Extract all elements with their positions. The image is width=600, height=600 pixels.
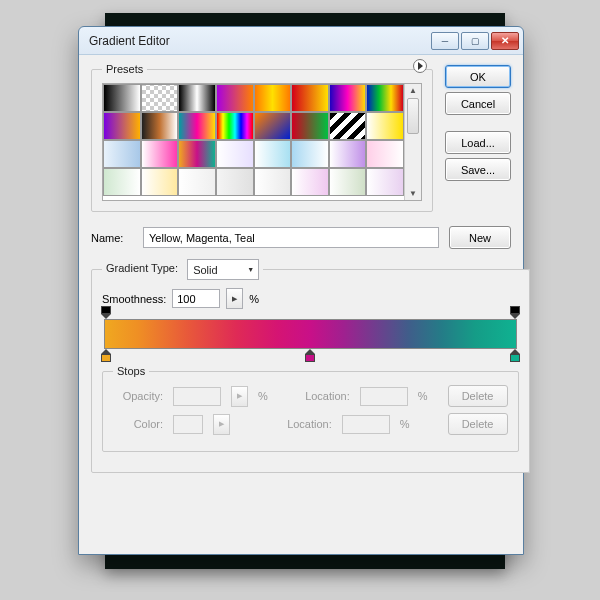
- preset-swatch[interactable]: [329, 84, 367, 112]
- presets-legend: Presets: [102, 63, 147, 75]
- minimize-button[interactable]: ─: [431, 32, 459, 50]
- smoothness-row: Smoothness: 100 ▶ %: [102, 288, 519, 309]
- opacity-label: Opacity:: [113, 390, 163, 402]
- gradient-type-select[interactable]: Solid: [187, 259, 259, 280]
- window-buttons: ─ ▢ ✕: [431, 32, 519, 50]
- preset-swatch[interactable]: [366, 84, 404, 112]
- preset-scrollbar[interactable]: ▲ ▼: [404, 84, 421, 200]
- opacity-location-input: [360, 387, 408, 406]
- gradient-type-label: Gradient Type:: [106, 262, 178, 274]
- gradient-settings-group: Gradient Type: Solid Smoothness: 100 ▶ %…: [91, 259, 530, 473]
- preset-swatch[interactable]: [254, 140, 292, 168]
- preset-swatch[interactable]: [329, 112, 367, 140]
- smoothness-unit: %: [249, 293, 259, 305]
- gradient-editor-dialog: Gradient Editor ─ ▢ ✕ Presets: [78, 26, 524, 555]
- preset-swatch[interactable]: [216, 112, 254, 140]
- location-label: Location:: [300, 390, 350, 402]
- ok-button[interactable]: OK: [445, 65, 511, 88]
- preset-grid: [103, 84, 404, 200]
- preset-swatch[interactable]: [291, 84, 329, 112]
- delete-opacity-stop-button: Delete: [448, 385, 508, 407]
- opacity-input: [173, 387, 221, 406]
- preset-swatch[interactable]: [329, 140, 367, 168]
- scroll-down-arrow-icon[interactable]: ▼: [405, 187, 421, 200]
- scroll-thumb[interactable]: [407, 98, 419, 134]
- preset-swatch[interactable]: [141, 84, 179, 112]
- preset-swatch[interactable]: [141, 112, 179, 140]
- preset-swatch[interactable]: [366, 140, 404, 168]
- titlebar[interactable]: Gradient Editor ─ ▢ ✕: [79, 27, 523, 55]
- smoothness-stepper[interactable]: ▶: [226, 288, 243, 309]
- color-well: [173, 415, 203, 434]
- preset-swatch[interactable]: [216, 168, 254, 196]
- preset-swatch[interactable]: [366, 168, 404, 196]
- name-row: Name: Yellow, Magenta, Teal New: [91, 226, 511, 249]
- color-stop[interactable]: [510, 349, 520, 362]
- preset-swatch[interactable]: [216, 140, 254, 168]
- opacity-stop[interactable]: [101, 306, 111, 319]
- name-label: Name:: [91, 232, 133, 244]
- preset-swatch[interactable]: [103, 168, 141, 196]
- preset-swatch[interactable]: [254, 112, 292, 140]
- scroll-up-arrow-icon[interactable]: ▲: [405, 84, 421, 97]
- preset-swatch[interactable]: [178, 140, 216, 168]
- preset-swatch[interactable]: [291, 140, 329, 168]
- dialog-body: Presets: [79, 55, 523, 493]
- gradient-type-row: Gradient Type: Solid: [102, 259, 263, 280]
- window-title: Gradient Editor: [89, 34, 431, 48]
- preset-swatch[interactable]: [366, 112, 404, 140]
- color-stop[interactable]: [305, 349, 315, 362]
- color-stop-row: Color: ▶ % Location: % Delete: [113, 413, 508, 435]
- new-button[interactable]: New: [449, 226, 511, 249]
- action-buttons: OK Cancel Load... Save...: [445, 63, 511, 222]
- preset-swatch[interactable]: [254, 84, 292, 112]
- preset-swatch[interactable]: [216, 84, 254, 112]
- preset-swatch[interactable]: [291, 168, 329, 196]
- play-icon: [418, 62, 423, 70]
- color-label: Color:: [113, 418, 163, 430]
- preset-swatch[interactable]: [141, 168, 179, 196]
- cancel-button[interactable]: Cancel: [445, 92, 511, 115]
- percent-unit: %: [258, 390, 268, 402]
- percent-unit: %: [418, 390, 428, 402]
- save-button[interactable]: Save...: [445, 158, 511, 181]
- stops-legend: Stops: [113, 365, 149, 377]
- preset-swatch[interactable]: [103, 84, 141, 112]
- color-location-input: [342, 415, 390, 434]
- gradient-bar[interactable]: [104, 319, 517, 349]
- stops-group: Stops Opacity: ▶ % Location: % Delete Co…: [102, 365, 519, 452]
- opacity-stepper: ▶: [231, 386, 248, 407]
- presets-menu-button[interactable]: [413, 59, 427, 73]
- preset-swatch[interactable]: [178, 112, 216, 140]
- preset-swatch[interactable]: [103, 112, 141, 140]
- preset-swatch[interactable]: [291, 112, 329, 140]
- presets-group: Presets: [91, 63, 433, 212]
- location-label: Location:: [282, 418, 332, 430]
- name-input[interactable]: Yellow, Magenta, Teal: [143, 227, 439, 248]
- preset-swatch[interactable]: [141, 140, 179, 168]
- smoothness-label: Smoothness:: [102, 293, 166, 305]
- color-stop[interactable]: [101, 349, 111, 362]
- preset-swatch[interactable]: [178, 84, 216, 112]
- smoothness-input[interactable]: 100: [172, 289, 220, 308]
- delete-color-stop-button: Delete: [448, 413, 508, 435]
- preset-swatch[interactable]: [329, 168, 367, 196]
- color-picker-stepper: ▶: [213, 414, 230, 435]
- gradient-ramp[interactable]: [104, 319, 517, 349]
- opacity-stop-row: Opacity: ▶ % Location: % Delete: [113, 385, 508, 407]
- percent-unit: %: [400, 418, 410, 430]
- preset-swatch[interactable]: [254, 168, 292, 196]
- preset-list: ▲ ▼: [102, 83, 422, 201]
- maximize-button[interactable]: ▢: [461, 32, 489, 50]
- load-button[interactable]: Load...: [445, 131, 511, 154]
- preset-swatch[interactable]: [178, 168, 216, 196]
- opacity-stop[interactable]: [510, 306, 520, 319]
- close-button[interactable]: ✕: [491, 32, 519, 50]
- preset-swatch[interactable]: [103, 140, 141, 168]
